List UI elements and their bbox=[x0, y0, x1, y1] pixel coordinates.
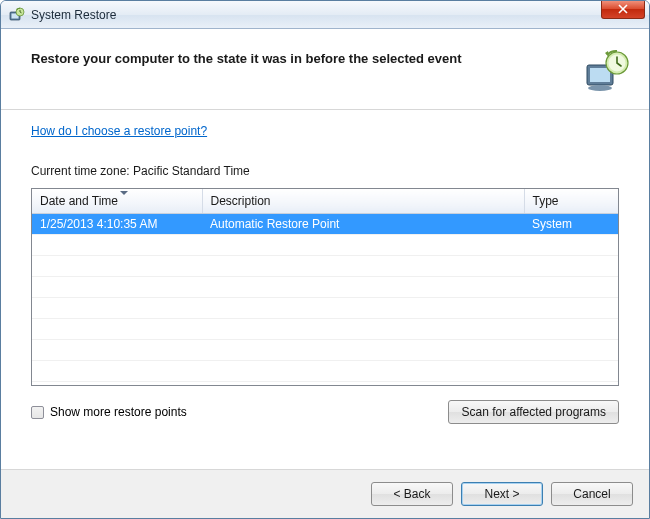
system-restore-window: System Restore Restore your computer to … bbox=[0, 0, 650, 519]
window-title: System Restore bbox=[31, 8, 116, 22]
cancel-button[interactable]: Cancel bbox=[551, 482, 633, 506]
svg-point-6 bbox=[588, 85, 612, 91]
table-row bbox=[32, 255, 618, 276]
below-table-row: Show more restore points Scan for affect… bbox=[31, 400, 619, 424]
table-row bbox=[32, 297, 618, 318]
body-area: How do I choose a restore point? Current… bbox=[1, 110, 649, 469]
help-link[interactable]: How do I choose a restore point? bbox=[31, 124, 619, 138]
table-row[interactable]: 1/25/2013 4:10:35 AM Automatic Restore P… bbox=[32, 213, 618, 234]
close-icon bbox=[618, 4, 628, 14]
timezone-label: Current time zone: Pacific Standard Time bbox=[31, 164, 619, 178]
table-row bbox=[32, 360, 618, 381]
column-date[interactable]: Date and Time bbox=[32, 189, 202, 213]
table-row bbox=[32, 234, 618, 255]
next-button[interactable]: Next > bbox=[461, 482, 543, 506]
svg-rect-5 bbox=[590, 68, 610, 82]
dialog-footer: < Back Next > Cancel bbox=[1, 469, 649, 518]
restore-point-icon bbox=[583, 47, 631, 95]
header-area: Restore your computer to the state it wa… bbox=[1, 29, 649, 109]
cell-description: Automatic Restore Point bbox=[202, 213, 524, 234]
column-date-label: Date and Time bbox=[40, 194, 118, 208]
table-row bbox=[32, 276, 618, 297]
system-restore-icon bbox=[9, 7, 25, 23]
restore-points-table[interactable]: Date and Time Description Type 1/25/2013… bbox=[31, 188, 619, 386]
cell-type: System bbox=[524, 213, 618, 234]
sort-descending-icon bbox=[120, 191, 128, 195]
svg-marker-9 bbox=[605, 51, 609, 57]
page-heading: Restore your computer to the state it wa… bbox=[31, 47, 567, 66]
cell-date: 1/25/2013 4:10:35 AM bbox=[32, 213, 202, 234]
scan-affected-button[interactable]: Scan for affected programs bbox=[448, 400, 619, 424]
show-more-checkbox[interactable]: Show more restore points bbox=[31, 405, 187, 419]
titlebar: System Restore bbox=[1, 1, 649, 29]
table-row bbox=[32, 339, 618, 360]
column-type[interactable]: Type bbox=[524, 189, 618, 213]
checkbox-icon bbox=[31, 406, 44, 419]
dialog-content: Restore your computer to the state it wa… bbox=[1, 29, 649, 518]
column-description[interactable]: Description bbox=[202, 189, 524, 213]
close-button[interactable] bbox=[601, 1, 645, 19]
table-row bbox=[32, 318, 618, 339]
back-button[interactable]: < Back bbox=[371, 482, 453, 506]
show-more-label: Show more restore points bbox=[50, 405, 187, 419]
